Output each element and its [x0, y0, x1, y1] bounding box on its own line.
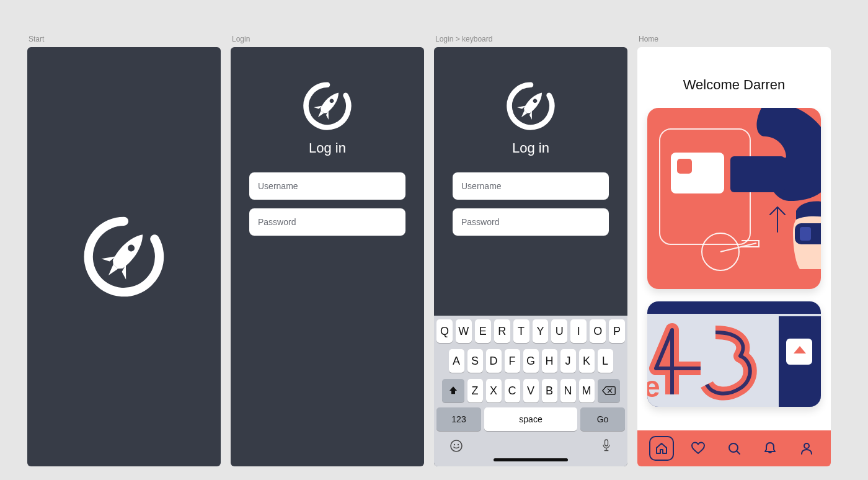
key-m[interactable]: M: [579, 379, 595, 402]
heart-icon: [691, 441, 706, 456]
key-y[interactable]: Y: [533, 319, 549, 343]
key-x[interactable]: X: [486, 379, 502, 402]
key-h[interactable]: H: [542, 349, 557, 373]
screen-home: Welcome Darren: [637, 47, 831, 466]
svg-point-6: [458, 444, 459, 445]
screen-label-home: Home: [639, 35, 831, 43]
password-input[interactable]: Password: [249, 208, 405, 236]
key-q[interactable]: Q: [436, 319, 453, 343]
svg-point-4: [451, 440, 462, 451]
username-input[interactable]: Username: [453, 172, 609, 200]
key-w[interactable]: W: [456, 319, 472, 343]
key-k[interactable]: K: [579, 349, 595, 373]
key-l[interactable]: L: [598, 349, 613, 373]
screen-label-login: Login: [232, 35, 424, 43]
numbers-key[interactable]: 123: [436, 407, 481, 431]
key-r[interactable]: R: [494, 319, 510, 343]
home-icon: [654, 441, 669, 456]
tab-home[interactable]: [649, 436, 674, 461]
login-title: Log in: [309, 140, 346, 156]
login-title: Log in: [512, 140, 549, 156]
space-key[interactable]: space: [484, 407, 577, 431]
key-c[interactable]: C: [505, 379, 520, 402]
key-u[interactable]: U: [551, 319, 567, 343]
screen-login: Log in Username Password: [231, 47, 424, 466]
key-g[interactable]: G: [523, 349, 539, 373]
app-logo: [303, 82, 352, 130]
backspace-key[interactable]: [598, 379, 620, 402]
key-a[interactable]: A: [449, 349, 464, 373]
tab-search[interactable]: [722, 436, 746, 461]
svg-rect-13: [677, 159, 692, 174]
key-v[interactable]: V: [523, 379, 539, 402]
bell-icon: [763, 441, 777, 456]
key-f[interactable]: F: [505, 349, 520, 373]
key-e[interactable]: E: [475, 319, 491, 343]
key-s[interactable]: S: [467, 349, 483, 373]
feed-card-1[interactable]: [647, 108, 821, 289]
welcome-heading: Welcome Darren: [637, 47, 831, 108]
search-icon: [727, 441, 742, 456]
onscreen-keyboard: QWERTYUIOP ASDFGHJKL ZXCVBNM 123 space G…: [434, 316, 627, 466]
key-z[interactable]: Z: [467, 379, 483, 402]
home-indicator[interactable]: [494, 458, 568, 461]
tab-bar: [637, 430, 831, 466]
key-p[interactable]: P: [609, 319, 625, 343]
svg-rect-14: [730, 156, 785, 192]
app-logo: [84, 216, 164, 297]
key-t[interactable]: T: [513, 319, 529, 343]
svg-text:e: e: [647, 370, 660, 403]
svg-point-5: [454, 444, 455, 445]
screen-label-start: Start: [29, 35, 221, 43]
key-j[interactable]: J: [560, 349, 576, 373]
tab-profile[interactable]: [794, 436, 819, 461]
dictation-key[interactable]: [600, 438, 613, 453]
svg-rect-18: [800, 227, 811, 241]
app-logo: [507, 82, 555, 130]
password-input[interactable]: Password: [453, 208, 609, 236]
screen-start: [27, 47, 221, 466]
screen-label-login-keyboard: Login > keyboard: [435, 35, 627, 43]
key-d[interactable]: D: [486, 349, 502, 373]
tab-alerts[interactable]: [758, 436, 782, 461]
screen-login-keyboard: Log in Username Password QWERTYUIOP ASDF…: [434, 47, 627, 466]
emoji-key[interactable]: [449, 438, 464, 453]
tab-favorites[interactable]: [686, 436, 711, 461]
key-o[interactable]: O: [590, 319, 606, 343]
key-n[interactable]: N: [560, 379, 576, 402]
username-input[interactable]: Username: [249, 172, 405, 200]
svg-rect-7: [605, 440, 608, 446]
go-key[interactable]: Go: [580, 407, 625, 431]
feed-card-2[interactable]: e: [647, 301, 821, 407]
key-b[interactable]: B: [542, 379, 557, 402]
user-icon: [799, 441, 814, 456]
key-i[interactable]: I: [570, 319, 587, 343]
shift-key[interactable]: [442, 379, 464, 402]
